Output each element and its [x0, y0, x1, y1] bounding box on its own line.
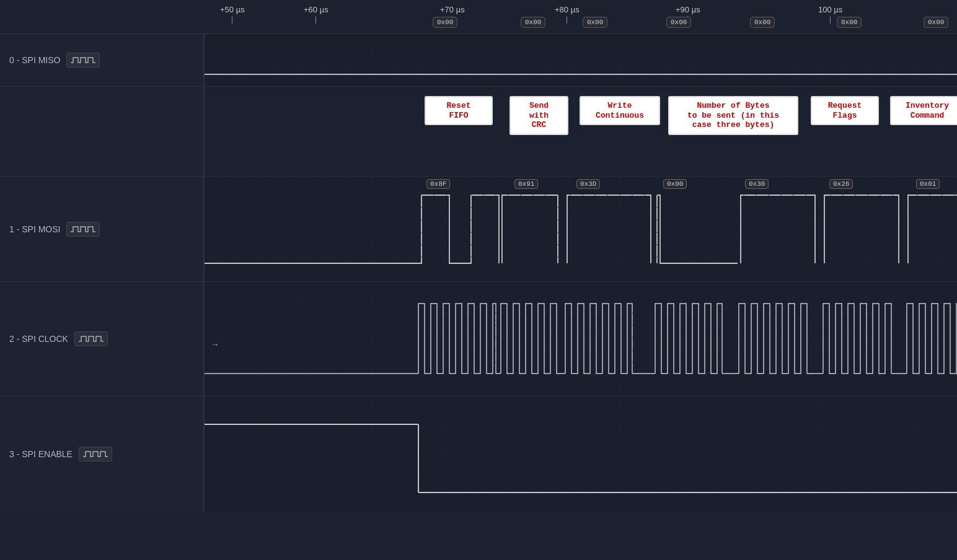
channel-label-mosi: 1 - SPI MOSI	[0, 177, 205, 281]
annotation-write-continuous: WriteContinuous	[580, 96, 660, 125]
clock-arrow-indicator: →	[211, 339, 219, 349]
ruler-hex-1: 0x00	[433, 17, 457, 28]
channel-name-miso: 0 - SPI MISO	[9, 55, 60, 65]
time-label-80us: +80 µs	[555, 5, 580, 24]
channel-name-mosi: 1 - SPI MOSI	[9, 224, 60, 234]
waveform-btn-clock[interactable]	[74, 331, 108, 346]
channel-name-enable: 3 - SPI ENABLE	[9, 449, 73, 459]
channel-label-enable: 3 - SPI ENABLE	[0, 396, 205, 511]
mosi-hex-1: 0x8F	[426, 179, 450, 189]
channel-row-clock: 2 - SPI CLOCK →	[0, 282, 957, 396]
mosi-hex-7: 0x01	[916, 179, 940, 189]
ruler-hex-7: 0x00	[924, 17, 948, 28]
time-label-50us: +50 µs	[220, 5, 245, 24]
annotation-inventory-cmd: InventoryCommand	[890, 96, 957, 125]
channel-row-mosi: 1 - SPI MOSI 0x8F 0x91 0x3D 0x00 0x30 0x…	[0, 177, 957, 282]
waveform-btn-mosi[interactable]	[66, 222, 100, 237]
channel-label-clock: 2 - SPI CLOCK →	[0, 282, 205, 396]
enable-waveform-svg	[205, 396, 957, 511]
mosi-hex-4: 0x00	[663, 179, 687, 189]
time-ruler: +50 µs +60 µs +70 µs +80 µs +90 µs 100 µ…	[0, 0, 957, 34]
mosi-hex-3: 0x3D	[576, 179, 600, 189]
channel-name-clock: 2 - SPI CLOCK	[9, 334, 68, 344]
ruler-hex-4: 0x00	[666, 17, 691, 28]
annotation-content: ResetFIFO SendwithCRC WriteContinuous Nu…	[205, 87, 957, 176]
channel-row-miso: 0 - SPI MISO	[0, 34, 957, 87]
ruler-hex-5: 0x00	[750, 17, 775, 28]
ruler-hex-2: 0x00	[521, 17, 545, 28]
mosi-hex-6: 0x26	[829, 179, 853, 189]
ruler-hex-3: 0x00	[583, 17, 607, 28]
time-label-60us: +60 µs	[304, 5, 329, 24]
clock-waveform-svg	[205, 282, 957, 396]
waveform-btn-enable[interactable]	[79, 447, 112, 462]
mosi-waveform-svg	[205, 177, 957, 281]
annotation-request-flags: RequestFlags	[811, 96, 879, 125]
miso-waveform-area	[205, 34, 957, 86]
annotation-row: ResetFIFO SendwithCRC WriteContinuous Nu…	[0, 87, 957, 177]
logic-analyzer-view: +50 µs +60 µs +70 µs +80 µs +90 µs 100 µ…	[0, 0, 957, 560]
mosi-hex-2: 0x91	[514, 179, 538, 189]
channel-row-enable: 3 - SPI ENABLE	[0, 396, 957, 511]
channel-label-miso: 0 - SPI MISO	[0, 34, 205, 86]
annotation-reset-fifo: ResetFIFO	[425, 96, 493, 125]
annotation-send-crc: SendwithCRC	[509, 96, 568, 135]
waveform-btn-miso[interactable]	[66, 53, 100, 68]
mosi-waveform-area: 0x8F 0x91 0x3D 0x00 0x30 0x26 0x01 0x00	[205, 177, 957, 281]
miso-waveform-svg	[205, 34, 957, 86]
ruler-hex-6: 0x00	[837, 17, 862, 28]
annotation-num-bytes: Number of Bytesto be sent (in thiscase t…	[668, 96, 798, 135]
mosi-hex-5: 0x30	[745, 179, 769, 189]
clock-waveform-area	[205, 282, 957, 396]
enable-waveform-area	[205, 396, 957, 511]
